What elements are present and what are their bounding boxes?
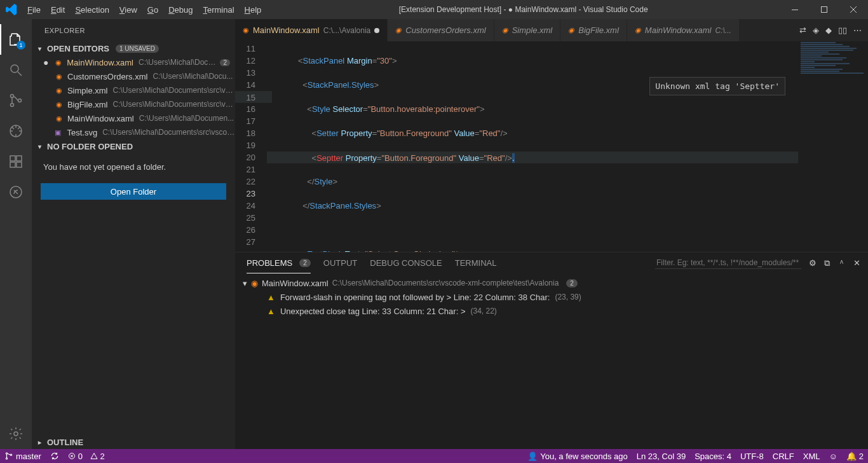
status-encoding[interactable]: UTF-8 <box>736 449 768 463</box>
svg-rect-10 <box>17 156 22 161</box>
status-branch[interactable]: master <box>0 449 46 463</box>
xml-file-icon: ◉ <box>55 59 64 67</box>
xml-file-icon: ◉ <box>243 26 249 34</box>
sidebar-title: EXPLORER <box>32 19 235 41</box>
menu-selection[interactable]: Selection <box>70 0 114 19</box>
menu-debug[interactable]: Debug <box>163 0 198 19</box>
window-controls <box>780 0 868 19</box>
xml-file-icon: ◉ <box>55 73 64 81</box>
line-gutter: 11121314 15 16171819202122 2324252627 <box>235 41 267 252</box>
panel-tab-terminal[interactable]: TERMINAL <box>455 252 497 273</box>
svg-rect-9 <box>17 162 22 167</box>
open-editor-item[interactable]: ◉MainWindow.xamlC:\Users\Michal\Documen.… <box>32 111 235 125</box>
activity-bar: 1 <box>0 19 32 449</box>
chevron-down-icon: ▾ <box>34 143 44 150</box>
explorer-badge: 1 <box>17 41 25 50</box>
svg-point-15 <box>10 454 11 455</box>
code-editor[interactable]: 11121314 15 16171819202122 2324252627 <S… <box>235 41 868 252</box>
status-eol[interactable]: CRLF <box>768 449 799 463</box>
open-editor-item[interactable]: ◉BigFile.xmlC:\Users\Michal\Documents\sr… <box>32 97 235 111</box>
xml-file-icon: ◉ <box>55 114 64 123</box>
problems-filter-input[interactable] <box>655 257 801 269</box>
activity-settings[interactable] <box>0 418 32 449</box>
code-content[interactable]: <StackPanel Margin="30"> <StackPanel.Sty… <box>267 41 868 252</box>
activity-debug[interactable] <box>0 116 32 146</box>
panel-close-icon[interactable]: ✕ <box>853 258 860 268</box>
xml-file-icon: ◉ <box>635 26 641 34</box>
status-notifications[interactable]: 🔔2 <box>842 449 868 463</box>
status-indent[interactable]: Spaces: 4 <box>690 449 736 463</box>
panel-tab-output[interactable]: OUTPUT <box>323 252 357 273</box>
problems-file-group[interactable]: ▾ ◉ MainWindow.xaml C:\Users\Michal\Docu… <box>243 276 860 290</box>
svg-point-12 <box>14 432 18 436</box>
outline-header[interactable]: ▸ OUTLINE <box>32 435 235 449</box>
maximize-button[interactable] <box>810 0 839 19</box>
menu-edit[interactable]: Edit <box>46 0 70 19</box>
preview-icon[interactable]: ◈ <box>813 25 819 35</box>
activity-custom[interactable] <box>0 177 32 207</box>
tab-customers[interactable]: ◉CustomersOrders.xml <box>388 19 494 41</box>
menu-file[interactable]: File <box>22 0 46 19</box>
open-editors-header[interactable]: ▾ OPEN EDITORS 1 UNSAVED <box>32 41 235 55</box>
no-folder-message: You have not yet opened a folder. <box>32 153 235 181</box>
diff-icon[interactable]: ◆ <box>825 25 832 35</box>
open-editor-item[interactable]: ◉CustomersOrders.xmlC:\Users\Michal\Docu… <box>32 69 235 83</box>
svg-point-2 <box>11 65 18 73</box>
hover-tooltip: Unknown xml tag 'Septter' <box>649 77 785 95</box>
status-sync[interactable] <box>46 449 64 463</box>
activity-extensions[interactable] <box>0 146 32 177</box>
panel-tab-debug[interactable]: DEBUG CONSOLE <box>370 252 442 273</box>
compare-icon[interactable]: ⇄ <box>799 25 806 35</box>
more-icon[interactable]: ⋯ <box>853 25 862 35</box>
tab-mainwindow-2[interactable]: ◉MainWindow.xamlC:\... <box>627 19 740 41</box>
activity-scm[interactable] <box>0 85 32 116</box>
menu-view[interactable]: View <box>114 0 142 19</box>
status-feedback[interactable]: ☺ <box>824 449 841 463</box>
filter-settings-icon[interactable]: ⚙ <box>809 258 817 268</box>
tab-mainwindow[interactable]: ◉ MainWindow.xaml C:\...\Avalonia <box>235 19 388 41</box>
xml-file-icon: ◉ <box>502 26 508 34</box>
open-editor-item[interactable]: ◉Simple.xmlC:\Users\Michal\Documents\src… <box>32 83 235 97</box>
menu-terminal[interactable]: Terminal <box>198 0 239 19</box>
svg-rect-1 <box>822 7 827 13</box>
status-errors-warnings[interactable]: 0 2 <box>64 449 109 463</box>
svg-point-14 <box>6 458 7 459</box>
dirty-indicator-icon <box>374 28 379 33</box>
problem-item[interactable]: ▲Unexpected close tag Line: 33 Column: 2… <box>243 304 860 318</box>
collapse-all-icon[interactable]: ⧉ <box>824 258 830 268</box>
panel-tab-problems[interactable]: PROBLEMS2 <box>247 252 311 273</box>
editor-area: ◉ MainWindow.xaml C:\...\Avalonia ◉Custo… <box>235 19 868 449</box>
open-editor-item[interactable]: ● ◉ MainWindow.xaml C:\Users\Michal\Docu… <box>32 55 235 69</box>
xml-file-icon: ◉ <box>55 100 64 109</box>
tab-simple[interactable]: ◉Simple.xml <box>494 19 561 41</box>
minimize-button[interactable] <box>780 0 810 19</box>
chevron-down-icon: ▾ <box>34 45 44 52</box>
open-editor-item[interactable]: ▣Test.svgC:\Users\Michal\Documents\src\v… <box>32 125 235 139</box>
panel-maximize-icon[interactable]: ＾ <box>837 258 846 269</box>
open-folder-button[interactable]: Open Folder <box>41 183 226 200</box>
chevron-right-icon: ▸ <box>34 439 44 446</box>
menu-go[interactable]: Go <box>142 0 163 19</box>
editor-actions: ⇄ ◈ ◆ ▯▯ ⋯ <box>793 19 868 41</box>
xml-file-icon: ◉ <box>55 86 64 95</box>
problem-item[interactable]: ▲Forward-slash in opening tag not follow… <box>243 290 860 304</box>
chevron-down-icon: ▾ <box>243 279 247 288</box>
bottom-panel: PROBLEMS2 OUTPUT DEBUG CONSOLE TERMINAL … <box>235 252 868 449</box>
activity-explorer[interactable]: 1 <box>0 24 32 55</box>
tab-bigfile[interactable]: ◉BigFile.xml <box>560 19 627 41</box>
status-language[interactable]: XML <box>799 449 825 463</box>
activity-search[interactable] <box>0 55 32 85</box>
xml-file-icon: ◉ <box>395 26 402 34</box>
split-icon[interactable]: ▯▯ <box>838 25 847 35</box>
minimap[interactable] <box>798 41 868 252</box>
status-blame[interactable]: 👤You, a few seconds ago <box>523 449 632 463</box>
svg-point-4 <box>11 104 14 107</box>
menu-help[interactable]: Help <box>240 0 267 19</box>
dirty-indicator-icon: ● <box>43 58 51 67</box>
warning-icon: ▲ <box>267 293 275 302</box>
close-button[interactable] <box>839 0 868 19</box>
no-folder-header[interactable]: ▾ NO FOLDER OPENED <box>32 139 235 153</box>
image-file-icon: ▣ <box>55 128 64 137</box>
status-position[interactable]: Ln 23, Col 39 <box>632 449 690 463</box>
open-editors-list: ● ◉ MainWindow.xaml C:\Users\Michal\Docu… <box>32 55 235 139</box>
